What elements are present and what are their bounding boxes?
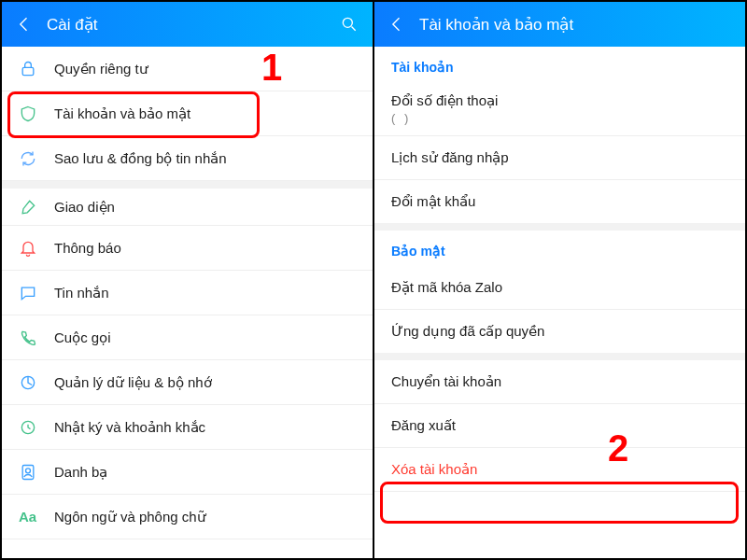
font-icon: Aa [19, 509, 45, 525]
row-sub: ( ) [391, 111, 728, 125]
row-label: Cuộc gọi [54, 329, 111, 346]
header: Tài khoản và bảo mật [374, 2, 745, 47]
row-label: Đổi số điện thoại [391, 92, 728, 109]
lock-icon [19, 60, 45, 78]
row-change-password[interactable]: Đổi mật khẩu [374, 180, 745, 231]
row-appearance[interactable]: Giao diện [2, 181, 373, 226]
row-label: Quyền riêng tư [54, 61, 148, 77]
row-label: Danh bạ [54, 464, 107, 481]
clock-icon [19, 418, 45, 437]
row-label: Đổi mật khẩu [391, 193, 728, 210]
settings-panel: Cài đặt Quyền riêng tư Tài khoản và bảo … [2, 2, 374, 558]
row-label: Sao lưu & đồng bộ tin nhắn [54, 150, 227, 167]
row-messages[interactable]: Tin nhắn [2, 271, 373, 315]
row-delete-account[interactable]: Xóa tài khoản [374, 448, 745, 492]
row-timeline[interactable]: Nhật ký và khoảnh khắc [2, 405, 373, 450]
row-authorized-apps[interactable]: Ứng dụng đã cấp quyền [374, 310, 745, 360]
section-account-title: Tài khoản [374, 47, 745, 82]
svg-point-5 [26, 468, 31, 472]
bell-icon [19, 239, 45, 258]
row-label: Chuyển tài khoản [391, 373, 728, 390]
svg-rect-4 [22, 465, 34, 479]
svg-point-0 [343, 18, 352, 27]
row-data-storage[interactable]: Quản lý dữ liệu & bộ nhớ [2, 360, 373, 405]
row-label: Đăng xuất [391, 417, 728, 434]
phone-icon [19, 329, 45, 347]
data-icon [19, 373, 45, 392]
row-switch-account[interactable]: Chuyển tài khoản [374, 360, 745, 404]
row-logout[interactable]: Đăng xuất [374, 404, 745, 448]
svg-rect-1 [22, 67, 34, 75]
brush-icon [19, 198, 45, 217]
settings-list: Quyền riêng tư Tài khoản và bảo mật Sao … [2, 47, 373, 558]
back-icon[interactable] [15, 15, 34, 34]
shield-icon [19, 105, 45, 123]
row-notifications[interactable]: Thông báo [2, 226, 373, 271]
account-security-list: Tài khoản Đổi số điện thoại ( ) Lịch sử … [374, 47, 745, 558]
row-label: Thông báo [54, 240, 121, 256]
back-icon[interactable] [388, 15, 406, 34]
row-label: Lịch sử đăng nhập [391, 149, 728, 166]
sync-icon [19, 149, 45, 168]
row-backup-sync[interactable]: Sao lưu & đồng bộ tin nhắn [2, 136, 373, 181]
search-icon[interactable] [339, 14, 359, 35]
row-label: Xóa tài khoản [391, 461, 728, 478]
section-security-title: Bảo mật [374, 231, 745, 266]
row-privacy[interactable]: Quyền riêng tư [2, 47, 373, 91]
header-title: Tài khoản và bảo mật [419, 15, 732, 35]
row-language-font[interactable]: Aa Ngôn ngữ và phông chữ [2, 495, 373, 539]
row-label: Tài khoản và bảo mật [54, 105, 190, 122]
row-account-security[interactable]: Tài khoản và bảo mật [2, 91, 373, 136]
row-contacts[interactable]: Danh bạ [2, 450, 373, 495]
row-label: Giao diện [54, 199, 115, 216]
row-label: Ngôn ngữ và phông chữ [54, 509, 206, 525]
contacts-icon [19, 463, 45, 482]
row-label: Ứng dụng đã cấp quyền [391, 323, 728, 340]
row-label: Tin nhắn [54, 285, 108, 301]
row-change-phone[interactable]: Đổi số điện thoại ( ) [374, 82, 745, 136]
row-label: Quản lý dữ liệu & bộ nhớ [54, 374, 212, 391]
row-login-history[interactable]: Lịch sử đăng nhập [374, 136, 745, 180]
message-icon [19, 284, 45, 302]
account-security-panel: Tài khoản và bảo mật Tài khoản Đổi số đi… [374, 2, 745, 558]
row-label: Nhật ký và khoảnh khắc [54, 419, 205, 436]
row-label: Đặt mã khóa Zalo [391, 279, 728, 296]
row-calls[interactable]: Cuộc gọi [2, 315, 373, 360]
header: Cài đặt [2, 2, 373, 47]
row-set-passcode[interactable]: Đặt mã khóa Zalo [374, 266, 745, 310]
header-title: Cài đặt [47, 15, 339, 35]
